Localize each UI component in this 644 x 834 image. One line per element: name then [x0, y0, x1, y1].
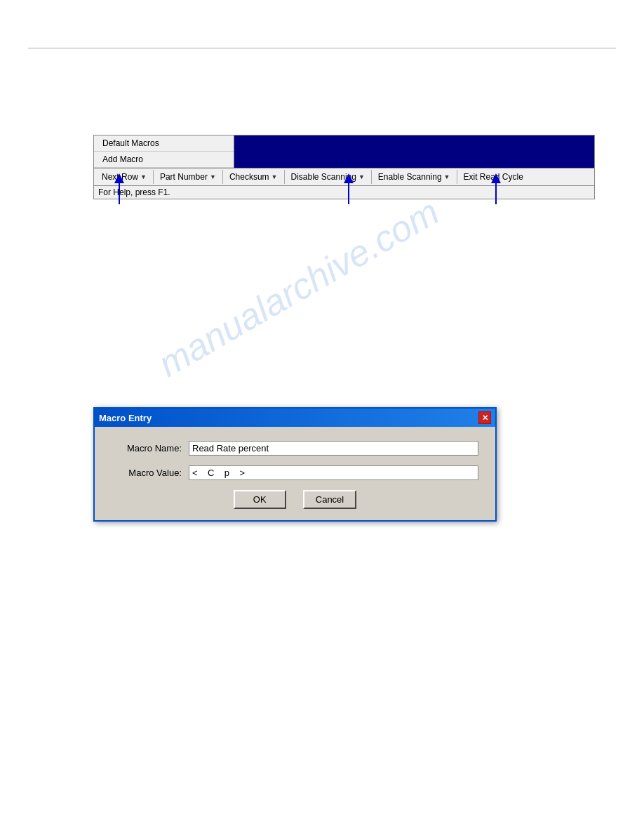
btn-disable-scanning[interactable]: Disable Scanning ▼: [286, 170, 370, 184]
arrow-next-row-head: [114, 173, 124, 183]
btn-next-row-arrow: ▼: [140, 173, 147, 180]
macro-name-label: Macro Name:: [112, 443, 182, 454]
btn-enable-scanning-label: Enable Scanning: [378, 172, 442, 182]
arrow-disable-head: [344, 173, 354, 183]
toolbar-left-panel: Default Macros Add Macro: [94, 135, 234, 168]
toolbar-top: Default Macros Add Macro: [94, 135, 594, 168]
dialog-window: Macro Entry ✕ Macro Name: Macro Value: O…: [93, 407, 497, 522]
dialog-titlebar: Macro Entry ✕: [95, 409, 495, 427]
arrow-next-row-annotation: [114, 173, 124, 204]
separator-3: [284, 170, 285, 184]
arrow-disable-line: [348, 183, 349, 204]
macro-value-field-row: Macro Value:: [112, 465, 478, 480]
dialog-close-button[interactable]: ✕: [478, 411, 491, 424]
menu-item-default-macros[interactable]: Default Macros: [94, 135, 234, 152]
separator-1: [153, 170, 154, 184]
separator-5: [457, 170, 457, 184]
arrow-enable-scanning-annotation: [491, 173, 501, 204]
dialog-body: Macro Name: Macro Value: OK Cancel: [95, 427, 495, 520]
watermark: manualarchive.com: [151, 190, 445, 385]
menu-item-add-macro[interactable]: Add Macro: [94, 152, 234, 168]
arrow-disable-scanning-annotation: [344, 173, 354, 204]
btn-checksum[interactable]: Checksum ▼: [224, 170, 283, 184]
arrow-enable-head: [491, 173, 501, 183]
macro-name-field-row: Macro Name:: [112, 441, 478, 456]
btn-checksum-label: Checksum: [229, 172, 269, 182]
dialog-ok-button[interactable]: OK: [234, 490, 286, 509]
arrow-next-row-line: [119, 183, 120, 204]
dialog-buttons-row: OK Cancel: [112, 490, 478, 509]
macro-name-input[interactable]: [189, 441, 478, 456]
btn-checksum-arrow: ▼: [271, 173, 278, 180]
btn-enable-scanning-arrow: ▼: [444, 173, 450, 180]
separator-4: [371, 170, 372, 184]
btn-enable-scanning[interactable]: Enable Scanning ▼: [373, 170, 455, 184]
status-text: For Help, press F1.: [98, 187, 170, 197]
btn-part-number[interactable]: Part Number ▼: [155, 170, 221, 184]
toolbar-header-blue: [234, 135, 594, 168]
btn-part-number-label: Part Number: [160, 172, 208, 182]
dialog-title: Macro Entry: [99, 413, 152, 423]
btn-part-number-arrow: ▼: [210, 173, 216, 180]
macro-value-label: Macro Value:: [112, 468, 182, 478]
separator-2: [222, 170, 223, 184]
macro-value-input[interactable]: [189, 465, 478, 480]
macro-entry-dialog-area: Macro Entry ✕ Macro Name: Macro Value: O…: [93, 407, 497, 522]
top-divider: [28, 48, 616, 48]
arrow-enable-line: [495, 183, 497, 204]
btn-disable-scanning-arrow: ▼: [358, 173, 365, 180]
dialog-cancel-button[interactable]: Cancel: [303, 490, 356, 509]
